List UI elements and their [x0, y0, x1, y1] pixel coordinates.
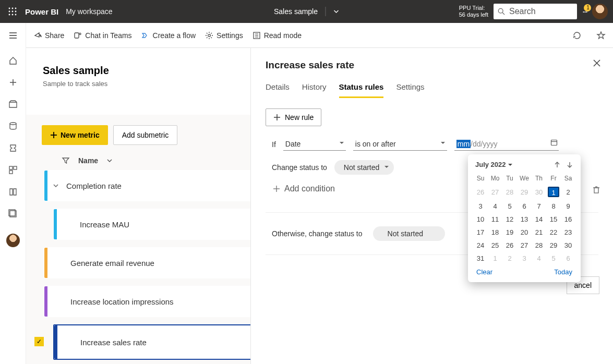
calendar-day[interactable]: 24	[473, 239, 488, 252]
calendar-day[interactable]: 9	[561, 200, 575, 213]
calendar-day[interactable]: 28	[502, 184, 517, 200]
calendar-day[interactable]: 30	[561, 239, 575, 252]
calendar-day[interactable]: 31	[473, 252, 488, 265]
calendar-day[interactable]: 28	[532, 239, 546, 252]
calendar-day[interactable]: 10	[473, 213, 488, 226]
calendar-today-link[interactable]: Today	[554, 268, 572, 276]
avatar[interactable]	[592, 4, 608, 19]
calendar-day[interactable]: 27	[488, 184, 502, 200]
calendar-day[interactable]: 25	[488, 239, 502, 252]
chat-teams-button[interactable]: Chat in Teams	[74, 31, 131, 40]
svg-point-7	[12, 14, 14, 16]
calendar-day[interactable]: 27	[517, 239, 532, 252]
calendar-day[interactable]: 13	[517, 213, 532, 226]
calendar-day[interactable]: 2	[502, 252, 517, 265]
otherwise-status-select[interactable]: Not started	[373, 226, 445, 241]
status-stripe	[54, 325, 57, 359]
calendar-dow: Su	[473, 173, 488, 184]
close-icon[interactable]	[593, 59, 600, 67]
calendar-day[interactable]: 6	[517, 200, 532, 213]
calendar-dow: Mo	[488, 173, 502, 184]
hamburger-icon[interactable]	[8, 30, 18, 41]
calendar-day[interactable]: 20	[517, 226, 532, 239]
add-submetric-button[interactable]: Add submetric	[113, 125, 177, 145]
refresh-icon[interactable]	[572, 31, 582, 40]
scorecard-subtitle: Sample to track sales	[43, 80, 109, 88]
calendar-day[interactable]: 2	[561, 184, 575, 200]
my-workspace-icon[interactable]	[6, 234, 20, 247]
calendar-day[interactable]: 26	[473, 184, 488, 200]
tab-settings[interactable]: Settings	[396, 82, 424, 98]
favorite-icon[interactable]	[596, 31, 606, 40]
calendar-day[interactable]: 17	[473, 226, 488, 239]
metrics-icon[interactable]	[8, 143, 18, 153]
tab-details[interactable]: Details	[266, 82, 290, 98]
status-stripe	[44, 248, 47, 278]
breadcrumb: Sales sample	[274, 7, 339, 16]
workspaces-icon[interactable]	[8, 209, 18, 219]
metric-name: Completion rate	[66, 181, 122, 190]
tab-history[interactable]: History	[302, 82, 327, 98]
col-name: Name	[78, 156, 98, 165]
calendar-day[interactable]: 26	[502, 239, 517, 252]
calendar-day[interactable]: 29	[517, 184, 532, 200]
home-icon[interactable]	[8, 55, 18, 66]
svg-point-9	[498, 8, 503, 13]
learn-icon[interactable]	[8, 187, 18, 197]
calendar-day[interactable]: 4	[488, 200, 502, 213]
calendar-day[interactable]: 22	[546, 226, 561, 239]
row-checkbox[interactable]: ✓	[34, 337, 44, 346]
expand-icon[interactable]	[53, 183, 59, 189]
read-mode-button[interactable]: Read mode	[253, 31, 302, 40]
rule-operator-select[interactable]: is on or after	[353, 138, 447, 151]
calendar-day[interactable]: 29	[546, 239, 561, 252]
calendar-next-icon[interactable]	[566, 161, 573, 168]
chevron-down-icon[interactable]	[333, 8, 339, 15]
delete-rule-icon[interactable]	[592, 186, 600, 194]
svg-rect-24	[9, 166, 13, 169]
dataset-name[interactable]: Sales sample	[274, 7, 318, 16]
app-launcher-icon[interactable]	[5, 4, 20, 19]
tab-status-rules[interactable]: Status rules	[339, 82, 384, 98]
chevron-down-icon[interactable]	[106, 157, 113, 164]
share-button[interactable]: Share	[33, 31, 64, 40]
new-rule-button[interactable]: New rule	[266, 108, 321, 126]
calendar-day[interactable]: 12	[502, 213, 517, 226]
calendar-day[interactable]: 16	[561, 213, 575, 226]
calendar-day[interactable]: 6	[561, 252, 575, 265]
calendar-day[interactable]: 18	[488, 226, 502, 239]
data-hub-icon[interactable]	[8, 121, 18, 131]
calendar-day[interactable]: 30	[532, 184, 546, 200]
browse-icon[interactable]	[8, 99, 18, 110]
calendar-day[interactable]: 11	[488, 213, 502, 226]
calendar-day[interactable]: 21	[532, 226, 546, 239]
create-icon[interactable]	[8, 77, 18, 88]
new-metric-button[interactable]: New metric	[42, 125, 108, 145]
calendar-day[interactable]: 1	[488, 252, 502, 265]
calendar-day[interactable]: 19	[502, 226, 517, 239]
calendar-day[interactable]: 3	[473, 200, 488, 213]
more-options-icon[interactable]: ···1	[582, 6, 587, 17]
calendar-day[interactable]: 1	[546, 184, 561, 200]
calendar-day[interactable]: 5	[502, 200, 517, 213]
workspace-name[interactable]: My workspace	[66, 7, 112, 16]
status-select[interactable]: Not started	[334, 160, 394, 175]
calendar-day[interactable]: 5	[546, 252, 561, 265]
calendar-day[interactable]: 4	[532, 252, 546, 265]
rule-date-input[interactable]: mm/dd/yyyy	[454, 138, 559, 151]
create-flow-button[interactable]: Create a flow	[141, 31, 196, 40]
calendar-day[interactable]: 7	[532, 200, 546, 213]
calendar-day[interactable]: 3	[517, 252, 532, 265]
calendar-day[interactable]: 23	[561, 226, 575, 239]
calendar-day[interactable]: 15	[546, 213, 561, 226]
filter-icon[interactable]	[62, 156, 70, 165]
calendar-month-select[interactable]: July 2022	[475, 161, 512, 168]
calendar-day[interactable]: 8	[546, 200, 561, 213]
apps-icon[interactable]	[8, 165, 18, 175]
rule-field-select[interactable]: Date	[283, 138, 346, 151]
calendar-prev-icon[interactable]	[554, 161, 561, 168]
calendar-day[interactable]: 14	[532, 213, 546, 226]
search-input[interactable]: Search	[494, 4, 577, 19]
settings-button[interactable]: Settings	[205, 31, 243, 40]
calendar-clear-link[interactable]: Clear	[476, 268, 492, 276]
